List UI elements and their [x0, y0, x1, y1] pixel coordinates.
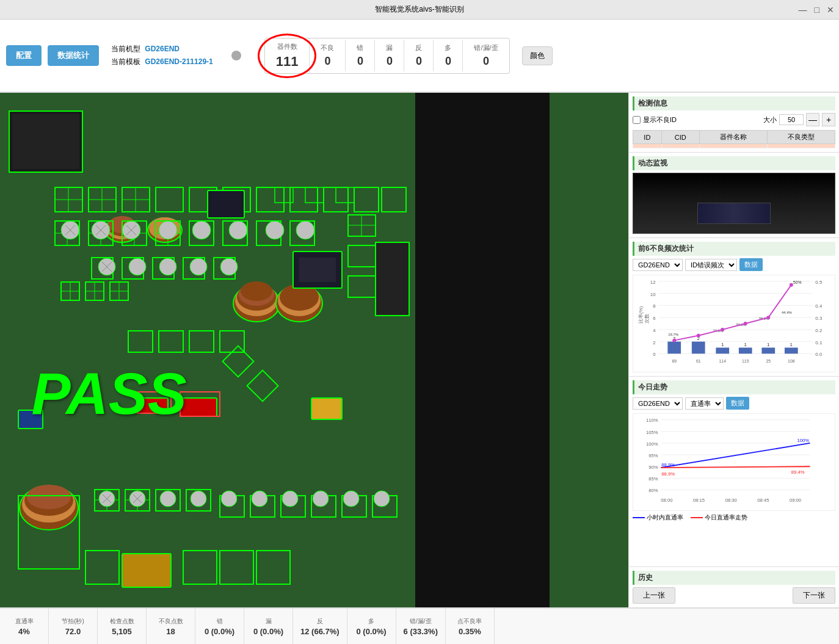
svg-text:50%: 50% — [793, 280, 802, 284]
size-input[interactable] — [779, 114, 804, 125]
svg-text:0.3: 0.3 — [815, 316, 823, 321]
svg-text:0.4: 0.4 — [815, 303, 823, 309]
svg-point-197 — [744, 322, 747, 325]
status-multi: 多 0 (0.0%) — [347, 609, 396, 644]
model-info: 当前机型 GD26END 当前模板 GD26END-211129-1 — [111, 44, 213, 67]
legend-red-label: 今日直通率走势 — [705, 513, 747, 522]
prev-btn[interactable]: 上一张 — [633, 587, 675, 604]
model-tpl-row: 当前模板 GD26END-211129-1 — [111, 57, 213, 67]
svg-rect-178 — [716, 348, 729, 354]
title-bar: 智能视觉系统aivs-智能识别 — □ ✕ — [0, 0, 839, 20]
config-button[interactable]: 配置 — [6, 45, 42, 66]
err-miss-tilt-value: 0 — [483, 55, 489, 68]
svg-text:89.4%: 89.4% — [791, 469, 805, 475]
svg-point-142 — [191, 491, 206, 507]
status-multi-label: 多 — [368, 617, 374, 626]
color-button[interactable]: 颜色 — [522, 46, 553, 65]
size-plus-btn[interactable]: + — [822, 113, 835, 126]
svg-text:1: 1 — [767, 342, 769, 347]
legend-blue: 小时内直通率 — [633, 513, 683, 522]
size-label: 大小 — [763, 115, 777, 125]
reverse-stat: 反 0 — [404, 40, 434, 71]
svg-point-132 — [159, 258, 176, 275]
svg-text:6: 6 — [653, 316, 656, 321]
trend-data-btn[interactable]: 数据 — [726, 397, 749, 410]
status-takt: 节拍(秒) 72.0 — [49, 609, 98, 644]
svg-text:8: 8 — [653, 303, 656, 309]
status-error-label: 错 — [217, 617, 223, 626]
today-trend-controls: GD26END 直通率 数据 — [633, 397, 835, 410]
miss-stat: 漏 0 — [375, 40, 404, 71]
cell-component — [699, 144, 767, 148]
close-button[interactable]: ✕ — [827, 5, 834, 15]
svg-text:95%: 95% — [648, 453, 658, 458]
today-trend-title: 今日走势 — [633, 380, 835, 394]
status-defect-rate: 点不良率 0.35% — [446, 609, 495, 644]
status-takt-value: 72.0 — [65, 627, 81, 636]
history-nav: 上一张 下一张 — [633, 587, 835, 604]
svg-text:10: 10 — [650, 292, 656, 297]
svg-line-220 — [661, 443, 810, 468]
model-tpl-value[interactable]: GD26END-211129-1 — [145, 57, 212, 66]
show-bad-id-label: 显示不良ID — [643, 115, 677, 125]
status-miss: 漏 0 (0.0%) — [244, 609, 293, 644]
maximize-button[interactable]: □ — [815, 5, 819, 15]
svg-point-194 — [672, 339, 676, 342]
next-btn[interactable]: 下一张 — [793, 587, 835, 604]
status-err-miss-tilt-value: 6 (33.3%) — [404, 627, 438, 636]
svg-text:0.1: 0.1 — [815, 340, 822, 346]
error-value: 0 — [357, 55, 363, 68]
defect-chart-title: 前6不良频次统计 — [633, 242, 835, 256]
trend-type-select[interactable]: 直通率 — [685, 397, 724, 410]
svg-text:44.4%: 44.4% — [782, 311, 792, 314]
col-defect-type: 不良类型 — [767, 131, 835, 144]
svg-point-195 — [697, 334, 700, 338]
svg-point-196 — [721, 328, 724, 331]
miss-label: 漏 — [386, 43, 393, 52]
error-stat: 错 0 — [346, 40, 375, 71]
monitor-preview — [633, 173, 835, 234]
show-bad-id-control: 显示不良ID — [633, 115, 677, 125]
svg-point-143 — [221, 491, 237, 507]
model-type-row: 当前机型 GD26END — [111, 44, 213, 54]
svg-rect-182 — [739, 348, 752, 354]
svg-point-133 — [190, 258, 207, 275]
svg-point-144 — [252, 491, 267, 507]
defect-chart-area: 12 10 8 6 4 2 0 0.5 0.4 0.3 0.2 0.1 — [633, 275, 835, 372]
svg-text:1: 1 — [744, 342, 747, 347]
defect-value: 0 — [324, 55, 330, 68]
svg-text:08:45: 08:45 — [757, 497, 769, 503]
status-multi-value: 0 (0.0%) — [357, 627, 387, 636]
size-minus-btn[interactable]: — — [806, 113, 819, 126]
minimize-button[interactable]: — — [799, 5, 807, 15]
svg-point-131 — [129, 258, 146, 275]
show-bad-id-checkbox[interactable] — [633, 116, 641, 124]
svg-text:61: 61 — [696, 359, 701, 363]
status-error-value: 0 (0.0%) — [205, 627, 234, 636]
cell-defect — [767, 144, 835, 148]
stats-button[interactable]: 数据统计 — [48, 45, 99, 66]
svg-text:88.9%: 88.9% — [661, 471, 675, 477]
legend-red-line — [691, 517, 703, 518]
svg-point-127 — [296, 221, 314, 239]
svg-text:2: 2 — [653, 340, 655, 346]
defect-type-select[interactable]: ID错误频次 — [685, 259, 737, 271]
model-type-value[interactable]: GD26END — [145, 45, 180, 53]
table-row — [633, 144, 835, 148]
legend-blue-label: 小时内直通率 — [647, 513, 683, 522]
status-miss-value: 0 (0.0%) — [253, 627, 283, 636]
svg-point-15 — [241, 281, 272, 301]
svg-point-147 — [343, 491, 359, 507]
error-label: 错 — [357, 43, 363, 52]
svg-text:0.2: 0.2 — [815, 328, 822, 333]
app-title: 智能视觉系统aivs-智能识别 — [375, 4, 463, 15]
svg-point-123 — [159, 221, 177, 239]
detect-table: ID CID 器件名称 不良类型 — [633, 130, 835, 148]
trend-model-select[interactable]: GD26END — [633, 397, 683, 410]
status-reverse-value: 12 (66.7%) — [300, 627, 340, 636]
defect-model-select[interactable]: GD26END — [633, 259, 683, 271]
defect-data-btn[interactable]: 数据 — [739, 258, 763, 271]
svg-rect-186 — [761, 348, 775, 354]
col-id: ID — [633, 131, 662, 144]
svg-text:85%: 85% — [648, 476, 658, 482]
